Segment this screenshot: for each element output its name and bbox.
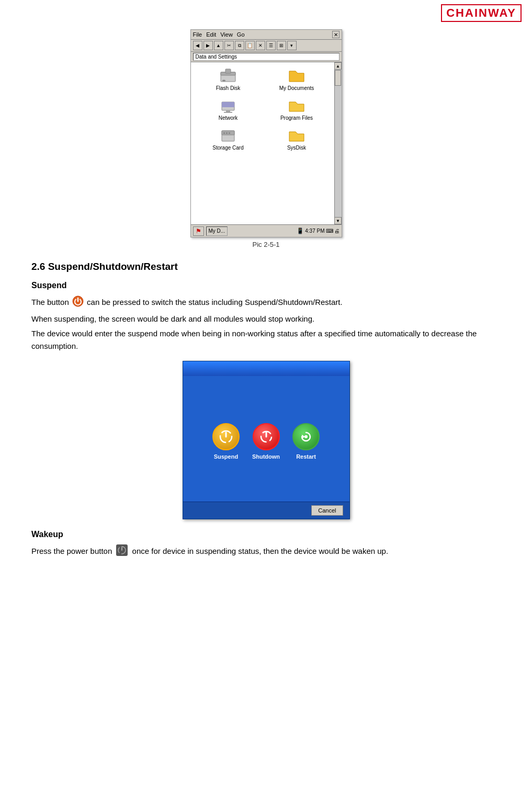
scrollbar-track (335, 70, 342, 217)
copy-button[interactable]: ⧉ (235, 41, 244, 50)
content: File Edit View Go ✕ ◀ ▶ ▲ ✂ ⧉ 📋 ✕ ☰ ⊞ ▾ (0, 24, 532, 577)
storage-card-icon (219, 127, 237, 144)
address-field[interactable]: Data and Settings (193, 53, 339, 61)
svg-rect-14 (226, 132, 228, 134)
subsection-wakeup: Wakeup (31, 530, 501, 539)
fe-statusbar: ⚑ My D... 📱 4:37 PM ⌨ 🖨 (191, 224, 342, 237)
restart-btn-label: Restart (296, 453, 316, 460)
svg-rect-7 (222, 102, 234, 107)
power-dialog-body: Suspend Shutdown (183, 376, 349, 502)
svg-point-23 (304, 435, 308, 438)
program-files-label: Program Files (280, 115, 313, 121)
start-flag-icon: ⚑ (196, 228, 201, 235)
file-explorer: File Edit View Go ✕ ◀ ▶ ▲ ✂ ⧉ 📋 ✕ ☰ ⊞ ▾ (190, 29, 342, 237)
view-dropdown[interactable]: ▾ (287, 41, 297, 50)
suspend-para1: The button can be pressed to switch the … (31, 295, 501, 311)
pic-caption: Pic 2-5-1 (252, 241, 279, 248)
cancel-button[interactable]: Cancel (311, 505, 343, 516)
menu-file[interactable]: File (193, 31, 202, 38)
shutdown-btn-label: Shutdown (252, 453, 280, 460)
suspend-para3: The device would enter the suspend mode … (31, 327, 501, 352)
svg-marker-5 (289, 71, 304, 82)
scrollbar-up[interactable]: ▲ (334, 62, 342, 70)
fe-body: Flash Disk My Documents (191, 62, 342, 224)
svg-rect-3 (225, 69, 231, 73)
tray-icon3: 🖨 (334, 228, 339, 234)
fe-item-network[interactable]: Network (195, 96, 262, 122)
power-button-inline-icon (72, 295, 84, 311)
forward-button[interactable]: ▶ (203, 41, 213, 50)
scrollbar-down[interactable]: ▼ (334, 217, 342, 224)
fe-item-storagecard[interactable]: Storage Card (195, 126, 262, 152)
wakeup-para1: Press the power button once for device i… (31, 544, 501, 560)
suspend-circle-button[interactable] (212, 423, 240, 450)
fe-item-mydocs[interactable]: My Documents (264, 66, 330, 92)
flash-disk-icon (219, 67, 237, 84)
shutdown-btn-item: Shutdown (252, 423, 280, 460)
screenshot1-container: File Edit View Go ✕ ◀ ▶ ▲ ✂ ⧉ 📋 ✕ ☰ ⊞ ▾ (31, 29, 501, 248)
subsection-suspend: Suspend (31, 281, 501, 290)
taskbar-item-label: My D... (209, 228, 225, 234)
up-button[interactable]: ▲ (214, 41, 223, 50)
svg-rect-8 (226, 110, 230, 112)
header: CHAINWAY (0, 0, 532, 24)
power-dialog-header (183, 361, 349, 376)
tray-time: 4:37 PM (305, 228, 324, 234)
power-dialog-footer: Cancel (183, 502, 349, 519)
network-label: Network (219, 115, 238, 121)
restart-circle-button[interactable] (292, 423, 320, 450)
fe-tray: 📱 4:37 PM ⌨ 🖨 (297, 228, 339, 234)
start-button[interactable]: ⚑ (193, 226, 204, 236)
my-documents-icon (287, 67, 306, 84)
shutdown-circle-button[interactable] (253, 423, 280, 450)
fe-item-flashdisk[interactable]: Flash Disk (195, 66, 262, 92)
power-dialog-container: Suspend Shutdown (31, 361, 501, 519)
sys-disk-label: SysDisk (287, 145, 306, 151)
fe-toolbar: ◀ ▶ ▲ ✂ ⧉ 📋 ✕ ☰ ⊞ ▾ (191, 40, 342, 52)
network-icon (219, 97, 237, 114)
menu-go[interactable]: Go (237, 31, 245, 38)
section-heading: 2.6 Suspend/Shutdown/Restart (31, 261, 501, 272)
close-button[interactable]: ✕ (332, 31, 339, 38)
suspend-para2: When suspending, the screen would be dar… (31, 313, 501, 325)
fe-item-programfiles[interactable]: Program Files (264, 96, 330, 122)
fe-content: Flash Disk My Documents (191, 62, 334, 224)
taskbar-item[interactable]: My D... (206, 226, 228, 236)
suspend-btn-item: Suspend (212, 423, 240, 460)
svg-point-2 (222, 80, 225, 82)
svg-rect-9 (224, 112, 232, 113)
svg-rect-15 (229, 132, 230, 134)
suspend-btn-label: Suspend (214, 453, 238, 460)
storage-card-label: Storage Card (212, 145, 243, 151)
my-documents-label: My Documents (279, 85, 314, 91)
tray-icon1: 📱 (297, 228, 304, 234)
svg-marker-10 (289, 102, 304, 111)
paste-button[interactable]: 📋 (245, 41, 255, 50)
scrollbar-thumb[interactable] (335, 70, 341, 86)
menu-view[interactable]: View (220, 31, 233, 38)
view-button[interactable]: ☰ (266, 41, 276, 50)
back-button[interactable]: ◀ (193, 41, 202, 50)
power-buttons-row: Suspend Shutdown (212, 423, 320, 460)
power-dialog: Suspend Shutdown (183, 361, 350, 519)
program-files-icon (287, 97, 306, 114)
restart-btn-item: Restart (292, 423, 320, 460)
svg-marker-16 (289, 132, 304, 141)
tray-icon2: ⌨ (326, 228, 333, 234)
view-btn2[interactable]: ⊞ (277, 41, 286, 50)
svg-rect-13 (223, 132, 225, 134)
delete-button[interactable]: ✕ (256, 41, 265, 50)
power-button-inline-icon2 (116, 544, 128, 560)
fe-item-sysdisk[interactable]: SysDisk (264, 126, 330, 152)
menu-edit[interactable]: Edit (206, 31, 216, 38)
fe-address-bar: Data and Settings (191, 52, 342, 62)
cut-button[interactable]: ✂ (224, 41, 234, 50)
fe-menubar: File Edit View Go ✕ (191, 30, 342, 40)
logo: CHAINWAY (441, 4, 522, 22)
fe-scrollbar: ▲ ▼ (334, 62, 342, 224)
flash-disk-label: Flash Disk (216, 85, 241, 91)
sys-disk-icon (287, 127, 306, 144)
